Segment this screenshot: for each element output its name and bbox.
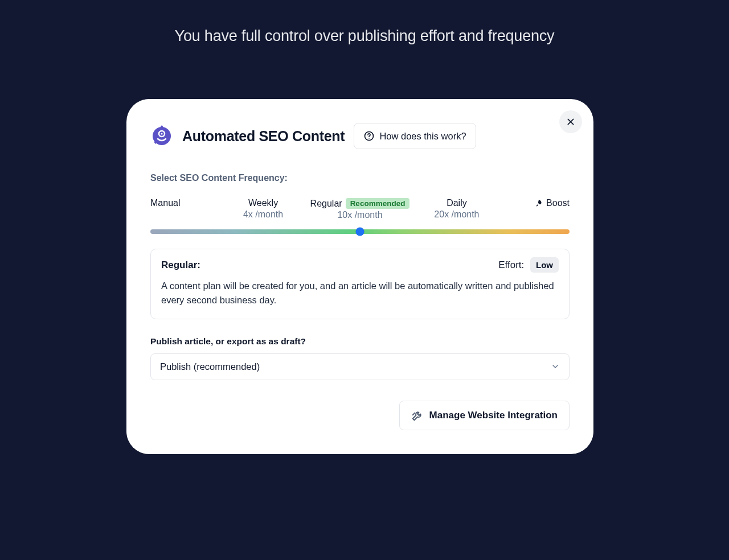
manage-integration-label: Manage Website Integration — [429, 410, 558, 421]
stop-boost[interactable]: Boost — [503, 198, 570, 209]
page-heading: You have full control over publishing ef… — [0, 0, 729, 45]
svg-point-8 — [369, 138, 370, 139]
stop-regular[interactable]: Regular Recommended 10x /month — [310, 198, 410, 220]
rocket-icon — [535, 199, 543, 207]
help-button-label: How does this work? — [379, 131, 466, 142]
stop-sublabel: 4x /month — [216, 209, 310, 220]
how-does-this-work-button[interactable]: How does this work? — [354, 123, 476, 149]
brand-logo-icon — [150, 125, 173, 147]
recommended-badge: Recommended — [346, 198, 410, 209]
selected-description: A content plan will be created for you, … — [161, 279, 559, 307]
frequency-stops: Manual Weekly 4x /month Regular Recommen… — [150, 198, 570, 220]
stop-manual[interactable]: Manual — [150, 198, 216, 208]
stop-label: Weekly — [248, 198, 278, 208]
svg-point-6 — [161, 126, 163, 128]
stop-label: Daily — [447, 198, 467, 208]
stop-label: Boost — [546, 198, 570, 208]
publish-mode-select[interactable]: Publish (recommended) — [150, 353, 570, 380]
close-icon — [566, 117, 575, 126]
stop-weekly[interactable]: Weekly 4x /month — [216, 198, 310, 220]
seo-dialog: Automated SEO Content How does this work… — [126, 99, 593, 454]
selection-info-box: Regular: Effort: Low A content plan will… — [150, 249, 570, 319]
stop-sublabel: 10x /month — [310, 210, 410, 220]
stop-sublabel: 20x /month — [409, 209, 503, 220]
stop-label: Regular — [310, 199, 342, 209]
question-circle-icon — [363, 130, 375, 142]
effort-chip: Low — [530, 257, 559, 273]
close-button[interactable] — [559, 110, 582, 133]
tools-icon — [411, 409, 424, 422]
chevron-down-icon — [551, 362, 560, 371]
slider-track[interactable] — [150, 229, 570, 234]
publish-question-label: Publish article, or export as as draft? — [150, 336, 570, 347]
frequency-section-label: Select SEO Content Frequency: — [150, 173, 570, 183]
select-value: Publish (recommended) — [160, 361, 260, 372]
effort-label: Effort: — [498, 260, 524, 270]
stop-label: Manual — [150, 198, 180, 208]
dialog-title: Automated SEO Content — [182, 128, 345, 145]
frequency-slider[interactable]: Manual Weekly 4x /month Regular Recommen… — [150, 198, 570, 234]
svg-point-4 — [161, 133, 162, 134]
manage-integration-button[interactable]: Manage Website Integration — [399, 401, 570, 430]
selected-name: Regular: — [161, 260, 200, 271]
stop-daily[interactable]: Daily 20x /month — [409, 198, 503, 220]
slider-thumb[interactable] — [356, 228, 364, 236]
